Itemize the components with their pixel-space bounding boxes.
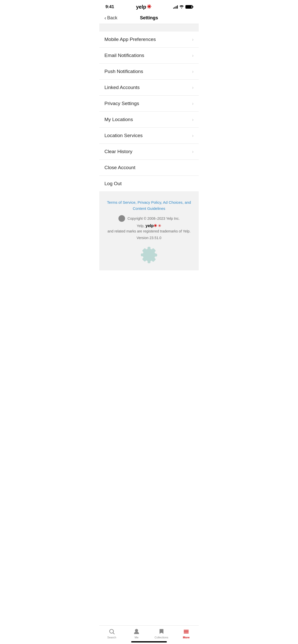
settings-item-privacy-settings[interactable]: Privacy Settings › [99,96,199,112]
page-title: Settings [140,15,158,21]
wifi-icon [179,5,184,9]
chevron-right-icon: › [192,149,194,154]
separator-3: , and [183,200,191,204]
chevron-right-icon: › [192,133,194,138]
chevron-right-icon: › [192,53,194,58]
status-bar: 9:41 yelp✳ [99,0,199,12]
back-chevron-icon: ‹ [104,15,106,21]
settings-list: Mobile App Preferences › Email Notificat… [99,32,199,192]
gear-watermark [104,245,194,265]
settings-label-log-out: Log Out [104,181,122,186]
settings-label-linked-accounts: Linked Accounts [104,85,140,90]
status-time: 9:41 [105,4,114,9]
privacy-policy-link[interactable]: Privacy Policy [138,200,161,204]
status-icons [173,5,193,9]
trademark-suffix: and related marks are registered tradema… [107,229,191,233]
settings-item-mobile-app-preferences[interactable]: Mobile App Preferences › [99,32,199,48]
footer-yelp-logo: yelp✳ [145,223,157,228]
yelp-star-icon: ✳ [147,4,151,10]
signal-icon [173,5,178,9]
settings-item-close-account[interactable]: Close Account [99,160,199,176]
settings-item-my-locations[interactable]: My Locations › [99,112,199,128]
chevron-right-icon: › [192,101,194,106]
settings-item-linked-accounts[interactable]: Linked Accounts › [99,80,199,96]
footer-trademark: Yelp, yelp✳ ✳ and related marks are regi… [104,223,194,233]
settings-item-log-out[interactable]: Log Out [99,176,199,192]
chevron-right-icon: › [192,117,194,122]
back-label: Back [107,15,117,21]
settings-label-clear-history: Clear History [104,149,132,154]
settings-item-location-services[interactable]: Location Services › [99,128,199,144]
separator-2: , [161,200,163,204]
chevron-right-icon: › [192,85,194,90]
settings-label-my-locations: My Locations [104,117,133,122]
settings-label-privacy-settings: Privacy Settings [104,101,139,106]
footer-yelp-burst-icon: ✳ [158,223,161,228]
settings-label-email-notifications: Email Notifications [104,53,144,58]
avatar [118,215,125,222]
section-divider [99,24,199,32]
settings-item-email-notifications[interactable]: Email Notifications › [99,48,199,64]
content-guidelines-link[interactable]: Content Guidelines [133,206,165,211]
settings-label-location-services: Location Services [104,133,143,138]
ad-choices-link[interactable]: Ad Choices [163,200,183,204]
footer-yelp-star-icon: ✳ [154,223,157,228]
navigation-header: ‹ Back Settings [99,12,199,24]
settings-item-push-notifications[interactable]: Push Notifications › [99,64,199,80]
trademark-text: Yelp, [137,224,145,228]
settings-label-close-account: Close Account [104,165,135,170]
footer: Terms of Service, Privacy Policy, Ad Cho… [99,192,199,270]
settings-label-push-notifications: Push Notifications [104,69,143,74]
app-logo: yelp✳ [136,4,151,10]
settings-item-clear-history[interactable]: Clear History › [99,144,199,160]
settings-label-mobile-app-preferences: Mobile App Preferences [104,37,156,42]
back-button[interactable]: ‹ Back [104,15,117,21]
chevron-right-icon: › [192,37,194,42]
terms-of-service-link[interactable]: Terms of Service [107,200,136,204]
battery-icon [185,5,193,9]
footer-links: Terms of Service, Privacy Policy, Ad Cho… [104,199,194,212]
separator-1: , [136,200,138,204]
gear-icon [139,245,159,265]
footer-copyright: Copyright © 2008–2023 Yelp Inc. [128,216,180,221]
footer-version: Version 23.51.0 [104,236,194,240]
svg-point-0 [181,8,182,8]
chevron-right-icon: › [192,69,194,74]
